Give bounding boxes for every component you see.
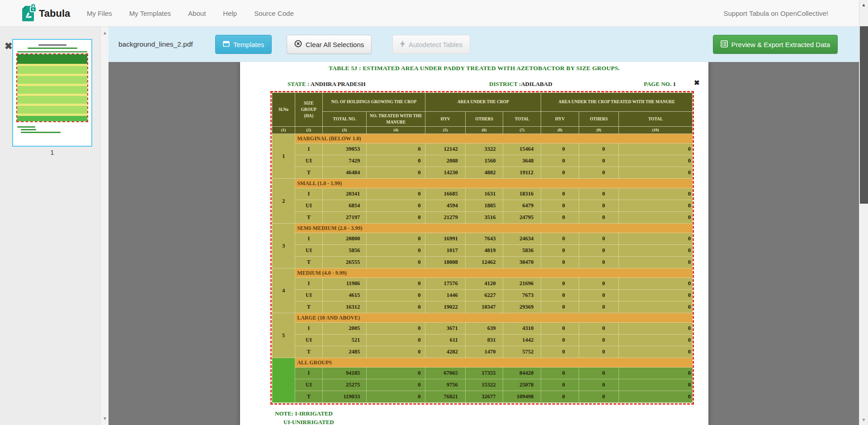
table-cell: 3671 bbox=[425, 323, 465, 334]
table-cell: OTHERS bbox=[579, 112, 618, 127]
table-cell: 7673 bbox=[503, 290, 541, 301]
table-cell: 0 bbox=[541, 200, 579, 212]
tabula-logo-icon[interactable] bbox=[20, 4, 37, 24]
sidebar-scrollbar[interactable]: ▲ ▼ bbox=[100, 27, 108, 425]
table-cell: UI bbox=[295, 334, 322, 346]
table-cell: 0 bbox=[541, 233, 579, 245]
table-row: T27197021279351624795000 bbox=[272, 212, 693, 224]
table-cell: 831 bbox=[465, 334, 503, 346]
table-band-row: 4MEDIUM (4.0 - 9.99) bbox=[272, 268, 693, 278]
nav-item-source-code[interactable]: Source Code bbox=[254, 10, 294, 17]
table-cell: 4282 bbox=[425, 346, 465, 358]
nav-item-help[interactable]: Help bbox=[223, 10, 237, 17]
table-cell: 0 bbox=[367, 278, 425, 290]
table-band-row: 3SEMI-MEDIUM (2.0 - 3.99) bbox=[272, 224, 693, 233]
table-row: I39053012142332215464000 bbox=[272, 143, 693, 155]
scroll-up-icon[interactable]: ▲ bbox=[101, 30, 109, 35]
table-cell: 0 bbox=[619, 346, 693, 358]
scrollbar-up-icon[interactable]: ▲ bbox=[859, 2, 868, 7]
table-cell: 1560 bbox=[465, 155, 503, 167]
clear-selections-button[interactable]: Clear All Selections bbox=[287, 35, 372, 54]
scroll-down-icon[interactable]: ▼ bbox=[101, 416, 109, 421]
table-cell: 20800 bbox=[322, 233, 367, 245]
doc-table-head: Sl.NoSIZE GROUP (HA)NO. OF HOLDINGS GROW… bbox=[272, 93, 693, 134]
nav-item-my-files[interactable]: My Files bbox=[87, 10, 112, 17]
table-cell: 521 bbox=[322, 334, 367, 346]
table-cell: 0 bbox=[619, 391, 693, 403]
table-cell: 30470 bbox=[503, 257, 541, 268]
pdf-viewer-area: TABLE 5J : ESTIMATED AREA UNDER PADDY TR… bbox=[108, 62, 859, 425]
table-cell: 9756 bbox=[425, 379, 465, 391]
table-cell: 67065 bbox=[425, 368, 465, 379]
table-cell: 0 bbox=[367, 323, 425, 334]
table-cell: HYV bbox=[541, 112, 579, 127]
table-cell: 3 bbox=[272, 224, 295, 268]
pdf-page[interactable]: TABLE 5J : ESTIMATED AREA UNDER PADDY TR… bbox=[240, 62, 708, 425]
thumbnail-sidebar: ✖ 1 ▲ ▼ bbox=[0, 27, 108, 425]
table-cell: I bbox=[295, 143, 322, 155]
nav-item-my-templates[interactable]: My Templates bbox=[129, 10, 171, 17]
remove-page-icon[interactable]: ✖ bbox=[5, 41, 13, 51]
district-field: DISTRICT :ADILABAD bbox=[489, 81, 552, 88]
templates-button[interactable]: Templates bbox=[215, 35, 272, 54]
table-cell: 0 bbox=[579, 301, 618, 313]
table-cell: 0 bbox=[541, 301, 579, 313]
autodetect-tables-button[interactable]: Autodetect Tables bbox=[392, 35, 470, 54]
table-cell: (6) bbox=[465, 127, 503, 134]
table-cell: I bbox=[295, 278, 322, 290]
table-cell: 0 bbox=[619, 278, 693, 290]
table-cell: I bbox=[295, 323, 322, 334]
table-cell: 19022 bbox=[425, 301, 465, 313]
table-row: UI52106118311442000 bbox=[272, 334, 693, 346]
table-cell: 4615 bbox=[322, 290, 367, 301]
table-cell: 17355 bbox=[465, 368, 503, 379]
table-cell: 6479 bbox=[503, 200, 541, 212]
table-cell: 0 bbox=[541, 334, 579, 346]
table-cell: 12142 bbox=[425, 143, 465, 155]
table-cell: 0 bbox=[541, 143, 579, 155]
brand-title[interactable]: Tabula bbox=[39, 0, 70, 27]
page-thumbnail[interactable] bbox=[12, 39, 92, 147]
window-scrollbar[interactable]: ▲ ▼ bbox=[859, 0, 868, 425]
scrollbar-thumb[interactable] bbox=[860, 26, 868, 204]
table-cell: 4594 bbox=[425, 200, 465, 212]
table-cell: 0 bbox=[541, 323, 579, 334]
table-row: T24850428214705752000 bbox=[272, 346, 693, 358]
table-cell: 0 bbox=[541, 290, 579, 301]
table-cell: 2088 bbox=[425, 155, 465, 167]
thumb-note-bar bbox=[17, 126, 35, 128]
export-button[interactable]: Preview & Export Extracted Data bbox=[713, 35, 838, 54]
table-cell: 611 bbox=[425, 334, 465, 346]
table-cell: 0 bbox=[579, 278, 618, 290]
table-cell: 0 bbox=[367, 368, 425, 379]
doc-title: TABLE 5J : ESTIMATED AREA UNDER PADDY TR… bbox=[240, 65, 708, 72]
table-cell: TOTAL NO. bbox=[322, 112, 367, 127]
table-selection-box[interactable]: Sl.NoSIZE GROUP (HA)NO. OF HOLDINGS GROW… bbox=[270, 91, 694, 405]
note-line-2: UI-UNIRRIGATED bbox=[283, 419, 334, 425]
filename-label: background_lines_2.pdf bbox=[118, 27, 193, 62]
table-cell: 3322 bbox=[465, 143, 503, 155]
table-cell: 1446 bbox=[425, 290, 465, 301]
table-cell: 0 bbox=[579, 143, 618, 155]
selection-close-icon[interactable]: ✖ bbox=[694, 79, 700, 86]
scrollbar-down-icon[interactable]: ▼ bbox=[859, 417, 868, 422]
table-cell: 0 bbox=[541, 212, 579, 224]
table-colnum-row: (1)(2)(3)(4)(5)(6)(7)(8)(9)(10) bbox=[272, 127, 693, 134]
table-cell: 6854 bbox=[322, 200, 367, 212]
table-cell: 0 bbox=[619, 323, 693, 334]
table-cell: 24795 bbox=[503, 212, 541, 224]
table-cell: 0 bbox=[367, 334, 425, 346]
table-cell: 16312 bbox=[322, 301, 367, 313]
page-no-field: PAGE NO. 1 bbox=[644, 81, 676, 88]
table-cell: T bbox=[295, 301, 322, 313]
table-cell: 15322 bbox=[465, 379, 503, 391]
table-row: T265550180081246230470000 bbox=[272, 257, 693, 268]
clear-icon bbox=[294, 40, 302, 49]
table-cell: (9) bbox=[579, 127, 618, 134]
nav-item-about[interactable]: About bbox=[188, 10, 206, 17]
table-cell: 0 bbox=[579, 233, 618, 245]
table-cell: 0 bbox=[367, 379, 425, 391]
support-link[interactable]: Support Tabula on OpenCollective! bbox=[723, 0, 828, 27]
table-cell: 0 bbox=[579, 346, 618, 358]
table-cell: 5836 bbox=[503, 245, 541, 257]
